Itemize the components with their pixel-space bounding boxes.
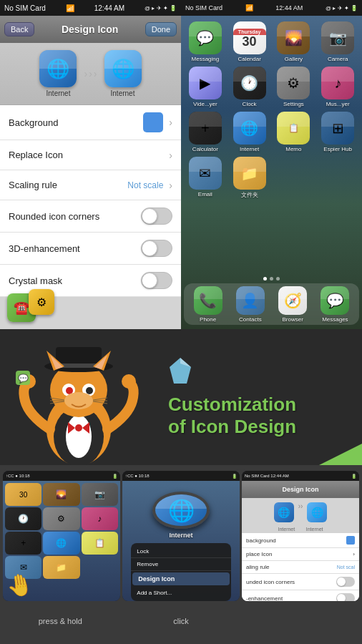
nav-title: Design Icon — [62, 24, 118, 35]
rounded-label: Rounded icon corners — [9, 211, 141, 222]
app-email[interactable]: ✉ Email — [185, 157, 225, 199]
app-empty1 — [274, 157, 314, 199]
scaling-label: Scaling rule — [9, 180, 127, 190]
app-name-camera: Camera — [328, 56, 348, 62]
app-icon-music: ♪ — [321, 67, 354, 99]
status-bar-left: No SIM Card 📶 12:44 AM @ ▸ ✈ ✦ 🔋 — [0, 0, 181, 16]
dot-3 — [276, 277, 280, 280]
rounded-toggle[interactable] — [141, 208, 172, 225]
screenshot-content-1: 30 🌄 📷 🕐 ⚙ ♪ + 🌐 📋 ✉ 📁 🤚 — [3, 481, 120, 601]
settings-list: Background › Replace Icon › Scaling rule… — [0, 105, 181, 297]
replace-chevron: › — [169, 150, 172, 161]
app-video[interactable]: ▶ Vide...yer — [185, 67, 225, 107]
done-button[interactable]: Done — [145, 22, 177, 36]
scaling-chevron: › — [169, 180, 172, 191]
app-icon-calendar: Thursday 30 — [233, 21, 266, 54]
app-internet[interactable]: 🌐 Internet — [230, 112, 270, 152]
app-name-files: 文件夹 — [241, 191, 258, 199]
dock-name-browser: Browser — [282, 316, 303, 323]
svg-point-27 — [122, 374, 136, 389]
source-icon-label: Internet — [47, 89, 71, 97]
status-icons-left: @ ▸ ✈ ✦ 🔋 — [145, 5, 177, 11]
mini-nav-title: Design Icon — [282, 486, 318, 493]
dock-name-phone: Phone — [200, 316, 216, 323]
background-chevron: › — [169, 117, 172, 128]
mini-app-1: 30 — [5, 483, 41, 506]
dock-phone[interactable]: 📞 Phone — [194, 286, 222, 323]
settings-row-crystal: Crystal mask — [0, 265, 181, 297]
app-memo[interactable]: 📋 Memo — [274, 112, 314, 152]
mini-color-swatch — [346, 536, 355, 545]
mini-status-3: No SIM Card 12:44 AM 🔋 — [242, 471, 359, 481]
context-lock: Lock — [131, 545, 230, 558]
app-icon-settings: ⚙ — [277, 67, 310, 99]
app-name-clock: Clock — [243, 101, 257, 107]
caption-1: press & hold — [0, 617, 121, 625]
app-music[interactable]: ♪ Mus...yer — [318, 67, 358, 107]
mini-rounded-label: unded icon corners — [246, 579, 295, 585]
mini-app-4: 🕐 — [5, 507, 41, 530]
mini-toggle-3d[interactable] — [336, 593, 355, 601]
dock-contacts[interactable]: 👤 Contacts — [236, 286, 265, 323]
mini-row-3d: -enhancement — [242, 590, 359, 601]
mini-app-9: 📋 — [82, 532, 118, 555]
3d-toggle[interactable] — [141, 240, 172, 257]
mini-app-12 — [82, 556, 118, 579]
mini-icons-row: 🌐 ›› 🌐 — [242, 498, 359, 527]
replace-icon-label: Replace Icon — [9, 150, 166, 160]
app-name-email: Email — [198, 191, 212, 197]
app-files[interactable]: 📁 文件夹 — [230, 157, 270, 199]
mini-icon-to: 🌐 — [307, 502, 327, 522]
scaling-value: Not scale — [127, 180, 163, 190]
app-settings[interactable]: ⚙ Settings — [274, 67, 314, 107]
app-messaging[interactable]: 💬 Messaging — [185, 21, 225, 62]
app-calculator[interactable]: + Calculator — [185, 112, 225, 152]
app-icon-internet: 🌐 — [233, 112, 266, 145]
dock-messages[interactable]: 💬 Messages — [321, 286, 349, 323]
mini-bg-label: background — [246, 537, 276, 544]
promo-title-line1: Customization — [168, 394, 296, 415]
arrow-indicator: › › › — [84, 68, 97, 79]
dock: 📞 Phone 👤 Contacts 🧭 Browser 💬 Messages — [184, 283, 359, 325]
target-icon-label: Internet — [111, 89, 135, 97]
app-camera[interactable]: 📷 Camera — [318, 21, 358, 62]
settings-row-background[interactable]: Background › — [0, 105, 181, 140]
mini-app-11: 📁 — [43, 556, 79, 579]
app-name-gallery: Gallery — [285, 56, 303, 62]
settings-row-scaling[interactable]: Scaling rule Not scale › — [0, 170, 181, 200]
mini-app-3: 📷 — [82, 483, 118, 506]
svg-point-13 — [86, 387, 93, 394]
app-clock[interactable]: 🕐 Clock — [230, 67, 270, 107]
app-icon-espierhub: ⊞ — [321, 112, 354, 145]
caption-2: click — [121, 617, 242, 625]
app-calendar[interactable]: Thursday 30 Calendar — [230, 21, 270, 62]
target-icon: 🌐 — [104, 50, 142, 87]
background-color-swatch[interactable] — [143, 112, 163, 132]
mini-app-5: ⚙ — [43, 507, 79, 530]
mascot-area: 💬 — [0, 329, 157, 465]
context-design-icon[interactable]: Design Icon — [132, 572, 229, 585]
settings-row-3d: 3D-enhancement — [0, 233, 181, 265]
crystal-toggle[interactable] — [141, 272, 172, 289]
mini-toggle-rounded[interactable] — [336, 577, 355, 587]
dock-icon-contacts: 👤 — [236, 286, 265, 315]
overlay-icon-2: ⚙ — [29, 289, 54, 315]
back-button[interactable]: Back — [4, 22, 34, 36]
settings-row-replace[interactable]: Replace Icon › — [0, 140, 181, 170]
mini-3d-label: -enhancement — [246, 595, 283, 602]
dock-browser[interactable]: 🧭 Browser — [278, 286, 307, 323]
mini-app-7: + — [5, 532, 41, 555]
icon-preview: 🌐 Internet › › › 🌐 Internet — [0, 43, 181, 105]
app-icon-video: ▶ — [189, 67, 222, 99]
context-menu: Lock Remove Design Icon Add a Short... — [131, 543, 230, 601]
app-espierhub[interactable]: ⊞ Espier Hub — [318, 112, 358, 152]
dock-icon-browser: 🧭 — [278, 286, 307, 315]
diamond-wrapper — [168, 356, 193, 388]
magnifier-circle: 🌐 — [152, 492, 210, 529]
app-gallery[interactable]: 🌄 Gallery — [274, 21, 314, 62]
mascot-svg: 💬 — [7, 336, 150, 465]
app-name-memo: Memo — [285, 146, 301, 152]
screenshot-content-2: 🌐 Internet Lock Remove Design Icon Add a… — [122, 481, 240, 601]
background-label: Background — [9, 117, 143, 128]
target-icon-item: 🌐 Internet — [104, 50, 142, 97]
